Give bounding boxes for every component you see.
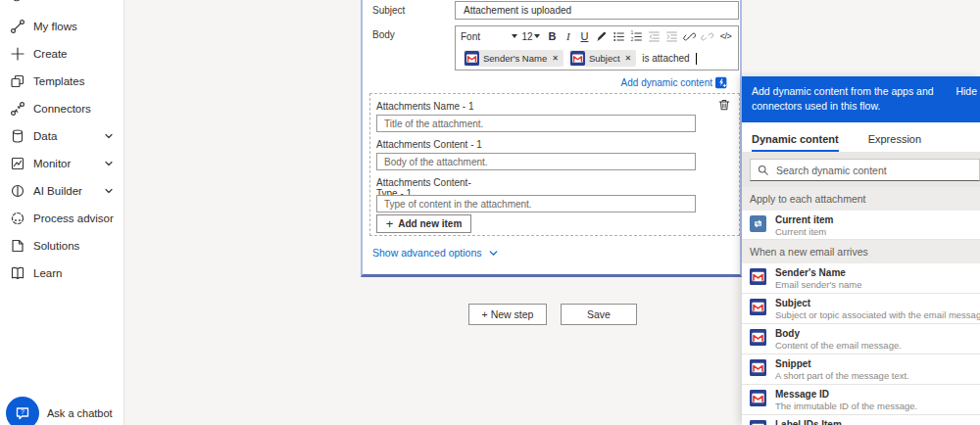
item-title: Sender's Name [775, 267, 980, 279]
gmail-icon [750, 268, 766, 285]
new-step-button[interactable]: + New step [468, 304, 547, 325]
left-navigation-sidebar: My flows Create Templates Connectors Dat… [0, 0, 124, 425]
item-description: Current item [775, 226, 980, 237]
font-size-dropdown[interactable]: 12 [522, 31, 540, 42]
chip-remove-icon[interactable]: ✕ [624, 54, 633, 63]
sidebar-item-data[interactable]: Data [0, 122, 123, 150]
chip-label: Subject [589, 53, 620, 64]
search-strip [742, 152, 980, 187]
add-new-item-label: Add new item [398, 218, 462, 229]
sidebar-item-templates[interactable]: Templates [0, 68, 123, 95]
sidebar-item-label: Solutions [33, 240, 79, 252]
panel-tabs: Dynamic content Expression [742, 122, 980, 152]
search-box[interactable] [750, 159, 980, 181]
sidebar-item-solutions[interactable]: Solutions [0, 232, 123, 260]
italic-button[interactable]: I [563, 29, 574, 43]
sidebar-item-create[interactable]: Create [0, 40, 123, 68]
sidebar-item-process-advisor[interactable]: Process advisor [0, 205, 123, 232]
dynamic-content-item-senders-name[interactable]: Sender's Name Email sender's name [742, 263, 980, 294]
gmail-icon [750, 359, 766, 376]
item-title: Snippet [775, 358, 980, 370]
attachment-content-type-label: Attachments Content- [376, 177, 739, 188]
tab-expression[interactable]: Expression [868, 133, 921, 152]
text-cursor [696, 53, 697, 65]
hide-panel-link[interactable]: Hide [956, 85, 977, 97]
chevron-down-icon[interactable] [104, 159, 114, 168]
tab-dynamic-content[interactable]: Dynamic content [752, 133, 839, 152]
gmail-icon [750, 329, 766, 346]
chip-remove-icon[interactable]: ✕ [551, 54, 560, 63]
dynamic-content-icon [715, 76, 728, 89]
apply-to-each-icon [750, 215, 766, 232]
monitor-icon [10, 156, 25, 171]
sidebar-item-label: Create [33, 48, 68, 60]
font-dropdown-label: Font [461, 31, 480, 42]
search-icon [758, 165, 769, 176]
sidebar-item-learn[interactable]: Learn [0, 260, 123, 287]
numbered-list-icon[interactable]: 12 [630, 29, 643, 43]
attachment-content-input[interactable] [376, 153, 696, 170]
sidebar-item-label: Process advisor [33, 212, 114, 224]
font-family-dropdown[interactable]: Font [461, 31, 517, 42]
chevron-down-icon[interactable] [104, 131, 114, 141]
chevron-down-icon [512, 34, 517, 38]
gmail-icon [750, 299, 766, 315]
body-field-label: Body [372, 29, 395, 40]
attachment-name-label: Attachments Name - 1 [376, 101, 739, 112]
plus-icon [10, 46, 25, 62]
ask-chatbot-button[interactable]: ? [6, 397, 39, 425]
dynamic-content-item-label-ids-item[interactable]: Label IDs Item [742, 415, 980, 425]
save-button[interactable]: Save [561, 304, 637, 325]
dynamic-token-chip[interactable]: Sender's Name ✕ [464, 50, 564, 67]
attachment-content-type-label-wrap: Type - 1 [376, 188, 739, 195]
item-description: Subject or topic associated with the ema… [775, 309, 980, 320]
chevron-down-icon [534, 34, 540, 38]
dynamic-content-item-current-item[interactable]: Current item Current item [742, 211, 980, 240]
body-rich-text-editor[interactable]: Font 12 B I U 12 </> Sender's Name ✕ [455, 25, 739, 71]
outdent-icon[interactable] [648, 29, 661, 43]
attachment-content-type-input[interactable] [376, 195, 696, 212]
item-title: Message ID [775, 389, 980, 401]
attachments-item-group: Attachments Name - 1 Attachments Content… [369, 93, 740, 236]
bold-button[interactable]: B [547, 29, 559, 43]
dynamic-content-item-snippet[interactable]: Snippet A short part of the message text… [742, 354, 980, 385]
gmail-icon [750, 390, 766, 406]
sidebar-item-connectors[interactable]: Connectors [0, 95, 123, 122]
underline-button[interactable]: U [579, 29, 591, 43]
body-plain-text: is attached [642, 53, 689, 64]
ask-chatbot-label: Ask a chatbot [47, 407, 113, 419]
indent-icon[interactable] [665, 29, 678, 43]
chevron-down-icon[interactable] [104, 186, 114, 196]
gmail-icon [465, 51, 479, 66]
unlink-icon[interactable] [701, 29, 713, 43]
dynamic-content-item-body[interactable]: Body Content of the email message. [742, 324, 980, 354]
link-icon[interactable] [683, 29, 696, 43]
clipped-nav-icon [10, 0, 24, 6]
code-view-button[interactable]: </> [718, 29, 733, 43]
sidebar-item-my-flows[interactable]: My flows [0, 13, 123, 40]
item-description: Email sender's name [775, 279, 980, 290]
show-advanced-options-label: Show advanced options [372, 247, 482, 259]
attachment-name-input[interactable] [376, 115, 696, 132]
dynamic-content-item-subject[interactable]: Subject Subject or topic associated with… [742, 294, 980, 324]
subject-input[interactable] [455, 1, 739, 20]
dynamic-token-chip[interactable]: Subject ✕ [569, 50, 636, 67]
add-new-item-button[interactable]: + Add new item [376, 214, 471, 233]
sidebar-item-monitor[interactable]: Monitor [0, 150, 123, 177]
search-dynamic-content-input[interactable] [776, 161, 979, 180]
font-size-label: 12 [522, 31, 533, 42]
flow-step-card[interactable]: Subject Body Font 12 B I U 12 </> Se [361, 0, 742, 277]
dynamic-content-item-message-id[interactable]: Message ID The immutable ID of the messa… [742, 385, 980, 415]
sidebar-item-ai-builder[interactable]: AI Builder [0, 177, 123, 205]
sidebar-item-label: AI Builder [33, 185, 82, 197]
font-color-pen-icon[interactable] [595, 29, 608, 43]
body-editor-content[interactable]: Sender's Name ✕ Subject ✕ is attached [456, 46, 738, 67]
item-title: Label IDs Item [775, 419, 980, 425]
section-header-when-new-email-arrives: When a new email arrives [742, 240, 980, 263]
solutions-icon [10, 238, 25, 254]
add-dynamic-content-link[interactable]: Add dynamic content [621, 76, 728, 89]
bullet-list-icon[interactable] [612, 29, 625, 43]
sidebar-item-label: My flows [33, 21, 77, 32]
show-advanced-options-link[interactable]: Show advanced options [372, 247, 499, 259]
learn-book-icon [10, 265, 25, 281]
